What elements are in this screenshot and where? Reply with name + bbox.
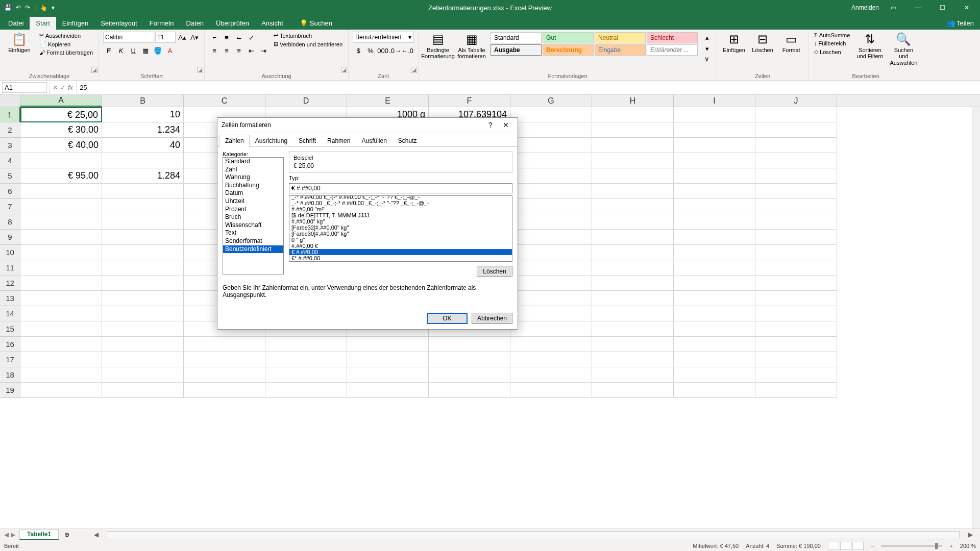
column-header[interactable]: A	[20, 95, 102, 107]
cell[interactable]	[592, 214, 674, 230]
cell[interactable]: € 25,00	[20, 107, 102, 122]
row-header[interactable]: 1	[0, 107, 20, 122]
loeschen-button[interactable]: Löschen	[477, 266, 512, 277]
row-header[interactable]: 7	[0, 199, 20, 214]
border-icon[interactable]: ▦	[140, 45, 151, 56]
minimize-icon[interactable]: —	[908, 4, 928, 11]
row-header[interactable]: 5	[0, 168, 20, 184]
format-item[interactable]: € #.##0,00	[289, 249, 512, 255]
style-neutral[interactable]: Neutral	[595, 32, 646, 43]
enter-formula-icon[interactable]: ✓	[60, 84, 66, 91]
cell[interactable]	[20, 199, 102, 214]
cell[interactable]	[510, 168, 592, 184]
align-bottom-icon[interactable]: ⌙	[233, 32, 244, 43]
cell[interactable]	[592, 122, 674, 138]
format-item[interactable]: €* #.##0,00	[289, 255, 512, 261]
cell[interactable]	[755, 321, 837, 337]
paste-button[interactable]: 📋 Einfügen	[4, 32, 35, 54]
cell[interactable]	[674, 367, 755, 383]
cell[interactable]	[755, 291, 837, 306]
cell[interactable]	[674, 352, 755, 367]
cell[interactable]	[429, 367, 510, 383]
format-item[interactable]: #.##0,00 "m²"	[289, 206, 512, 212]
ribbon-display-icon[interactable]: ▭	[883, 4, 903, 11]
cell[interactable]	[755, 107, 837, 122]
cell[interactable]	[674, 337, 755, 352]
font-name-input[interactable]: Calibri	[103, 32, 154, 43]
cell[interactable]	[429, 383, 510, 398]
cell[interactable]	[592, 352, 674, 367]
cell[interactable]	[592, 367, 674, 383]
row-header[interactable]: 6	[0, 184, 20, 199]
column-header[interactable]: G	[510, 95, 592, 107]
cell[interactable]	[592, 230, 674, 245]
dlg-tab-schrift[interactable]: Schrift	[293, 135, 322, 147]
share-button[interactable]: 👥 Teilen	[941, 17, 980, 30]
cell[interactable]	[20, 367, 102, 383]
tell-me-search[interactable]: 💡 Suchen	[295, 17, 337, 30]
row-header[interactable]: 8	[0, 214, 20, 230]
cell[interactable]	[102, 383, 184, 398]
insert-cells-button[interactable]: ⊞Einfügen	[721, 32, 747, 54]
cell[interactable]	[592, 276, 674, 291]
dialog-help-icon[interactable]: ?	[483, 121, 498, 129]
sheet-tab[interactable]: Tabelle1	[19, 529, 59, 540]
category-item[interactable]: Wissenschaft	[223, 221, 283, 230]
cell[interactable]	[102, 367, 184, 383]
cell[interactable]	[755, 230, 837, 245]
cell[interactable]	[674, 199, 755, 214]
cell[interactable]	[592, 138, 674, 153]
align-middle-icon[interactable]: ≡	[221, 32, 232, 43]
format-item[interactable]: _-* #.##0,00 _€_-;-* #.##0,00 _€_-;_-* "…	[289, 200, 512, 206]
cell[interactable]	[674, 260, 755, 276]
column-header[interactable]: I	[674, 95, 755, 107]
cell[interactable]	[184, 383, 265, 398]
font-color-icon[interactable]: A	[164, 45, 176, 56]
cell[interactable]	[102, 276, 184, 291]
cell[interactable]	[755, 199, 837, 214]
formula-input[interactable]: 25	[77, 83, 980, 92]
cell[interactable]	[347, 383, 429, 398]
cell[interactable]	[20, 260, 102, 276]
cancel-button[interactable]: Abbrechen	[472, 313, 512, 324]
cell[interactable]	[755, 214, 837, 230]
font-size-input[interactable]: 11	[155, 32, 176, 43]
cell[interactable]	[592, 184, 674, 199]
cell[interactable]	[755, 260, 837, 276]
touch-icon[interactable]: 👆	[40, 4, 47, 11]
cell[interactable]: € 30,00	[20, 122, 102, 138]
cell[interactable]	[592, 260, 674, 276]
cell[interactable]	[184, 352, 265, 367]
tab-start[interactable]: Start	[30, 17, 56, 30]
cell[interactable]	[102, 352, 184, 367]
cell[interactable]: € 40,00	[20, 138, 102, 153]
category-item[interactable]: Zahl	[223, 166, 283, 174]
category-item[interactable]: Uhrzeit	[223, 197, 283, 206]
cell[interactable]	[20, 337, 102, 352]
column-header[interactable]: C	[184, 95, 265, 107]
maximize-icon[interactable]: ☐	[932, 4, 952, 11]
cell[interactable]	[755, 245, 837, 260]
zoom-value[interactable]: 200 %	[960, 543, 976, 549]
indent-increase-icon[interactable]: ⇥	[258, 45, 269, 56]
cell[interactable]	[347, 367, 429, 383]
zoom-slider[interactable]	[881, 545, 942, 547]
underline-icon[interactable]: U	[128, 45, 139, 56]
cell[interactable]	[674, 184, 755, 199]
cell[interactable]	[510, 199, 592, 214]
accounting-icon[interactable]: $	[353, 45, 364, 56]
category-item[interactable]: Benutzerdefiniert	[223, 245, 283, 254]
cancel-formula-icon[interactable]: ✕	[53, 84, 58, 91]
cell[interactable]	[20, 352, 102, 367]
style-erklaerend[interactable]: Erklärender ...	[647, 44, 698, 56]
clear-button[interactable]: ◇Löschen	[813, 48, 851, 56]
row-header[interactable]: 2	[0, 122, 20, 138]
dialog-launcher-icon[interactable]: ◢	[197, 67, 203, 73]
row-header[interactable]: 3	[0, 138, 20, 153]
typ-input[interactable]	[289, 183, 512, 193]
style-schlecht[interactable]: Schlecht	[647, 32, 698, 43]
cell[interactable]	[674, 214, 755, 230]
format-item[interactable]: #.##0,00" kg"	[289, 218, 512, 224]
tab-ansicht[interactable]: Ansicht	[255, 17, 289, 30]
style-more-icon[interactable]: ⊻	[701, 54, 713, 65]
